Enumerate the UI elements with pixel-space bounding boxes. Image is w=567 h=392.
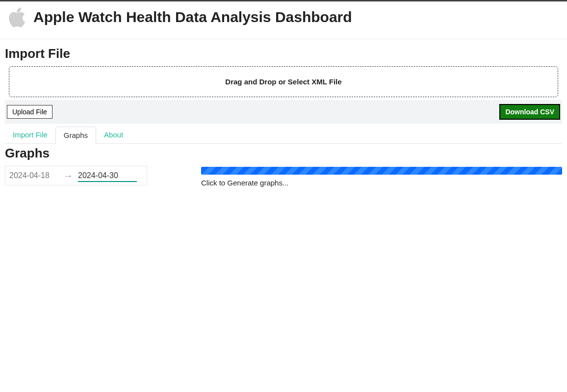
graphs-output: Click to Generate graphs...	[201, 167, 562, 187]
action-bar: Upload File Download CSV	[5, 100, 562, 124]
import-section-title: Import File	[5, 46, 562, 61]
tab-import-file[interactable]: Import File	[5, 127, 55, 143]
apple-logo-icon	[7, 5, 30, 29]
start-date-input[interactable]	[9, 169, 58, 182]
arrow-right-icon: →	[63, 170, 73, 182]
upload-file-button[interactable]: Upload File	[7, 105, 52, 119]
generate-hint-text: Click to Generate graphs...	[201, 179, 562, 187]
file-dropzone[interactable]: Drag and Drop or Select XML File	[9, 66, 558, 97]
date-inputs: →	[5, 166, 147, 185]
progress-bar	[201, 167, 562, 175]
graphs-section-title: Graphs	[5, 146, 562, 161]
tab-graphs[interactable]: Graphs	[55, 127, 96, 144]
app-header: Apple Watch Health Data Analysis Dashboa…	[0, 1, 567, 39]
tabs: Import File Graphs About	[5, 127, 562, 144]
date-range-picker: → hs ? April 2024 SuMoTuWeThFrSa12345678…	[5, 166, 172, 185]
page-title: Apple Watch Health Data Analysis Dashboa…	[33, 9, 352, 26]
tab-about[interactable]: About	[96, 127, 131, 143]
download-csv-button[interactable]: Download CSV	[499, 104, 560, 120]
import-section: Import File Drag and Drop or Select XML …	[5, 46, 562, 124]
end-date-input[interactable]	[78, 169, 137, 182]
